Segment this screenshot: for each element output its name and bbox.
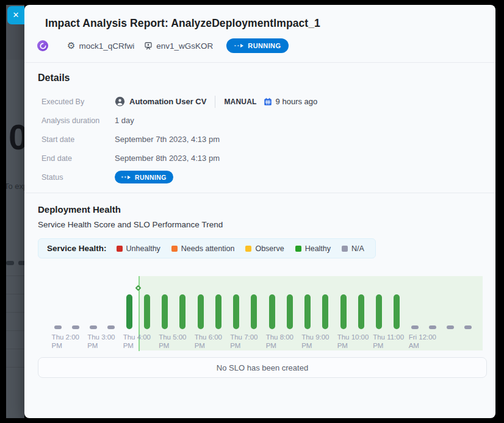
chart-slot[interactable] [85,269,103,329]
chart-bar[interactable] [233,294,239,329]
legend-swatch-icon [245,246,251,252]
chart-slot[interactable] [334,269,352,329]
axis-tick-label: Thu 5:00PM [159,333,199,350]
deployment-health-heading: Deployment Health [38,204,495,215]
legend-swatch-icon [171,246,178,252]
chart-slot[interactable] [138,269,156,329]
detail-row-status: Status RUNNING [41,168,475,187]
detail-label: End date [41,154,115,163]
running-pulse-icon [121,176,131,179]
no-slo-text: No SLO has been created [217,363,308,372]
chart-bar[interactable] [126,294,132,329]
chart-slot[interactable] [388,269,406,329]
detail-label: Start date [41,135,115,144]
chart-slot[interactable] [209,269,227,329]
chart-bar[interactable] [144,294,150,329]
chart-bar[interactable] [376,294,382,329]
chart-slot[interactable] [406,269,423,329]
chart-slots [49,269,477,329]
backdrop-band [6,23,24,60]
close-drawer-button[interactable]: ✕ [7,6,24,24]
axis-tick-label: Thu 4:00PM [123,333,164,350]
chart-bar[interactable] [107,325,115,329]
backdrop-bar-fragment [18,261,24,265]
chart-slot[interactable] [299,269,317,329]
chart-bar[interactable] [411,325,419,329]
detail-row-executed-by: Executed By Automation User CV MANUAL [41,92,475,111]
service-logo-icon [40,43,46,49]
chart-bar[interactable] [304,294,311,329]
close-icon: ✕ [13,10,20,20]
user-avatar-icon [115,96,125,107]
chart-bar[interactable] [429,325,436,329]
chart-slot[interactable] [317,269,334,329]
chart-bar[interactable] [54,325,62,329]
chart-slot[interactable] [67,269,84,329]
chart-bar[interactable] [464,325,472,329]
chart-bar[interactable] [162,294,168,329]
legend-swatch-icon [295,246,301,252]
chart-bar[interactable] [90,325,97,329]
running-badge-label: RUNNING [248,42,281,49]
axis-tick-label: Thu 9:00PM [301,333,342,350]
detail-row-end-date: End date September 8th 2023, 4:13 pm [41,149,475,168]
chart-slot[interactable] [156,269,174,329]
chart-slot[interactable] [281,269,298,329]
chart-slot[interactable] [370,269,388,329]
legend-label: Unhealthy [126,244,160,253]
chart-slot[interactable] [442,269,459,329]
legend-items: UnhealthyNeeds attentionObserveHealthyN/… [117,244,364,253]
axis-tick-label: Thu 11:00PM [373,333,413,350]
backdrop-metric-value: 0 [9,119,24,155]
chart-slot[interactable] [192,269,209,329]
axis-tick-label: Fri 12:00AM [409,333,449,350]
chart-bar[interactable] [198,294,204,329]
chart-slot[interactable] [459,269,477,329]
service-health-chart: Thu 2:00PMThu 3:00PMThu 4:00PMThu 5:00PM… [49,269,477,352]
legend-swatch-icon [117,246,123,252]
chart-slot[interactable] [103,269,120,329]
chart-slot[interactable] [49,269,67,329]
chart-bar[interactable] [287,294,293,329]
detail-status-value: RUNNING [115,171,173,183]
chart-bar[interactable] [322,294,328,329]
detail-value: 1 day [115,116,134,125]
dimmed-page-backdrop: 0 To exp [6,5,24,418]
service-name-link[interactable]: mock1_qCRfwi [79,41,134,51]
executed-time: 9 hours ago [276,97,318,106]
chart-slot[interactable] [352,269,370,329]
chart-bar[interactable] [72,325,79,329]
chart-bar[interactable] [394,294,400,329]
chart-bar[interactable] [269,294,275,329]
backdrop-row-line [6,294,24,294]
environment-name-link[interactable]: env1_wGsKOR [156,41,213,51]
chart-axis-labels: Thu 2:00PMThu 3:00PMThu 4:00PMThu 5:00PM… [49,333,477,351]
legend-label: N/A [351,244,364,253]
backdrop-row-line [6,275,24,276]
detail-label: Analysis duration [41,116,115,125]
axis-tick-label: Thu 8:00PM [266,333,306,350]
running-pulse-icon [234,44,243,48]
running-status-badge: RUNNING [226,38,289,53]
chart-bar[interactable] [251,294,257,329]
impact-analysis-modal: Impact Analysis Report: AnalyzeDeploymen… [24,5,495,418]
chart-bar[interactable] [215,294,221,329]
page-title: Impact Analysis Report: AnalyzeDeploymen… [45,17,475,30]
chart-slot[interactable] [120,269,138,329]
chart-bar[interactable] [340,294,347,329]
chart-bar[interactable] [179,294,185,329]
backdrop-row-line [6,312,24,313]
trigger-type: MANUAL [224,98,256,106]
legend-label: Needs attention [181,244,235,253]
chart-slot[interactable] [245,269,263,329]
chart-bar[interactable] [358,294,364,329]
legend-swatch-icon [342,246,348,252]
chart-slot[interactable] [263,269,281,329]
detail-value: September 8th 2023, 4:13 pm [115,154,220,163]
chart-bar[interactable] [447,325,454,329]
executed-by-value: Automation User CV MANUAL 9 hours ago [115,96,317,108]
chart-slot[interactable] [423,269,441,329]
chart-slot[interactable] [228,269,245,329]
axis-tick-label: Thu 7:00PM [230,333,270,350]
chart-slot[interactable] [174,269,192,329]
